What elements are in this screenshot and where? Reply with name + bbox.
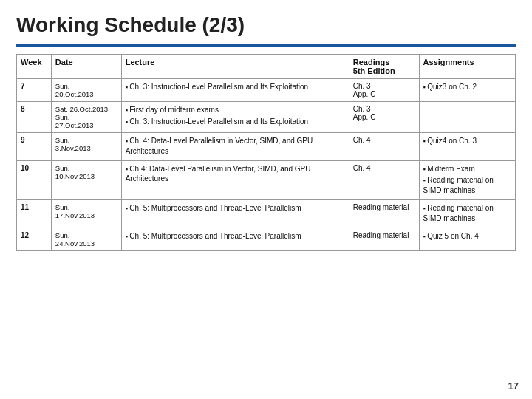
cell-week: 12: [17, 228, 52, 250]
cell-date: Sun. 10.Nov.2013: [51, 160, 121, 200]
table-row: 7Sun. 20.Oct.2013Ch. 3: Instruction-Leve…: [17, 79, 516, 102]
cell-date: Sat. 26.Oct.2013 Sun. 27.Oct.2013: [51, 102, 121, 133]
header-date: Date: [51, 55, 121, 79]
cell-lecture: Ch. 3: Instruction-Level Parallelism and…: [121, 79, 349, 102]
schedule-table: Week Date Lecture Readings5th Edition As…: [16, 54, 516, 251]
cell-assignments: [419, 102, 515, 133]
cell-readings: Ch. 4: [349, 133, 419, 161]
cell-assignments: Reading material on SIMD machines: [419, 200, 515, 228]
cell-week: 8: [17, 102, 52, 133]
table-row: 11Sun. 17.Nov.2013Ch. 5: Multiprocessors…: [17, 200, 516, 228]
page-number: 17: [508, 381, 519, 392]
cell-lecture: Ch. 5: Multiprocessors and Thread-Level …: [121, 200, 349, 228]
cell-readings: Reading material: [349, 228, 419, 250]
cell-lecture: Ch.4: Data-Level Parallelism in Vector, …: [121, 160, 349, 200]
cell-assignments: Midterm ExamReading material on SIMD mac…: [419, 160, 515, 200]
page-title: Working Schedule (2/3): [16, 13, 516, 37]
header-week: Week: [17, 55, 52, 79]
cell-date: Sun. 24.Nov.2013: [51, 228, 121, 250]
cell-week: 10: [17, 160, 52, 200]
table-row: 10Sun. 10.Nov.2013Ch.4: Data-Level Paral…: [17, 160, 516, 200]
table-header-row: Week Date Lecture Readings5th Edition As…: [17, 55, 516, 79]
cell-assignments: Quiz 5 on Ch. 4: [419, 228, 515, 250]
cell-date: Sun. 17.Nov.2013: [51, 200, 121, 228]
cell-week: 7: [17, 79, 52, 102]
header-assignments: Assignments: [419, 55, 515, 79]
cell-week: 11: [17, 200, 52, 228]
header-lecture: Lecture: [121, 55, 349, 79]
cell-date: Sun. 20.Oct.2013: [51, 79, 121, 102]
page: Working Schedule (2/3) Week Date Lecture…: [0, 0, 532, 399]
header-readings: Readings5th Edition: [349, 55, 419, 79]
cell-readings: Ch. 3 App. C: [349, 102, 419, 133]
cell-readings: Ch. 4: [349, 160, 419, 200]
cell-week: 9: [17, 133, 52, 161]
table-row: 9Sun. 3.Nov.2013Ch. 4: Data-Level Parall…: [17, 133, 516, 161]
cell-assignments: Quiz4 on Ch. 3: [419, 133, 515, 161]
cell-readings: Reading material: [349, 200, 419, 228]
cell-lecture: Ch. 5: Multiprocessors and Thread-Level …: [121, 228, 349, 250]
cell-readings: Ch. 3 App. C: [349, 79, 419, 102]
cell-lecture: First day of midterm examsCh. 3: Instruc…: [121, 102, 349, 133]
cell-date: Sun. 3.Nov.2013: [51, 133, 121, 161]
table-row: 8Sat. 26.Oct.2013 Sun. 27.Oct.2013First …: [17, 102, 516, 133]
accent-divider: [16, 44, 516, 47]
cell-assignments: Quiz3 on Ch. 2: [419, 79, 515, 102]
table-row: 12Sun. 24.Nov.2013Ch. 5: Multiprocessors…: [17, 228, 516, 250]
cell-lecture: Ch. 4: Data-Level Parallelism in Vector,…: [121, 133, 349, 161]
